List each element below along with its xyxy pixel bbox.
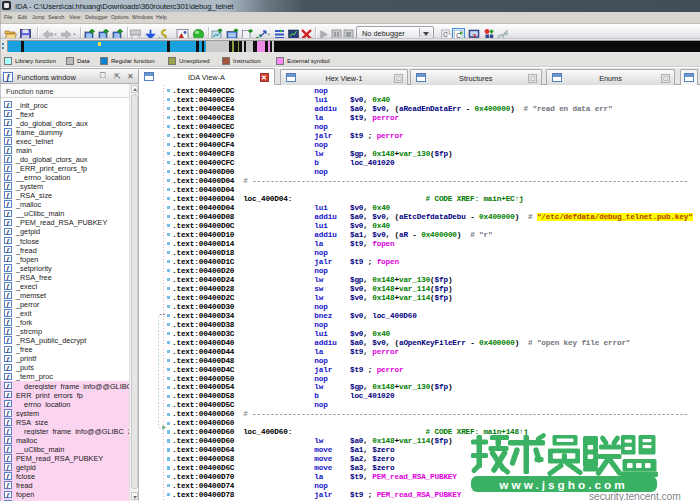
svg-text:?: ? [472, 31, 477, 39]
